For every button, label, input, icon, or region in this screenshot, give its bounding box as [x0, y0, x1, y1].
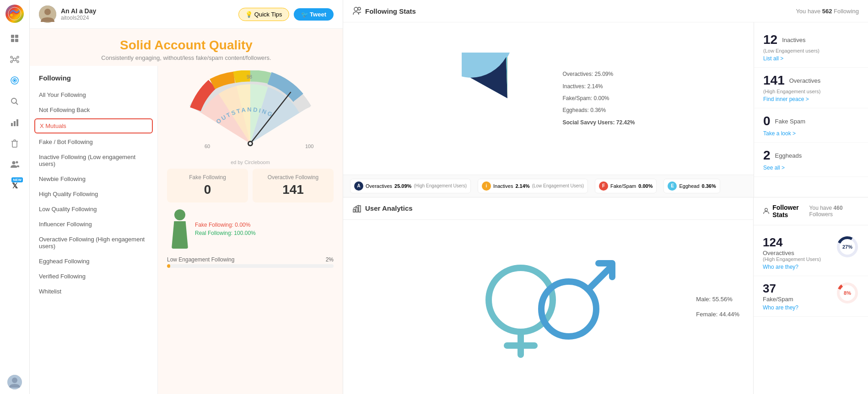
left-panel: An AI a Day aitools2024 💡 Quick Tips 🐦 T… [30, 0, 343, 394]
follower-overactives-link[interactable]: Who are they? [763, 264, 821, 270]
tweet-button[interactable]: 🐦 Tweet [294, 8, 334, 21]
inactives-label-right: Inactives [782, 37, 805, 43]
following-count: 562 [822, 8, 832, 15]
fake-spam-number-right: 0 [763, 114, 771, 128]
svg-rect-3 [15, 35, 18, 38]
user-avatar-bottom[interactable] [7, 375, 22, 389]
circleboom-credit: ed by Circleboom [231, 160, 270, 165]
main-content: An AI a Day aitools2024 💡 Quick Tips 🐦 T… [30, 0, 868, 394]
svg-rect-40 [359, 206, 361, 212]
sidebar-icon-target[interactable] [5, 71, 24, 90]
follower-overactives-number: 124 [763, 235, 821, 250]
low-engagement-bar-fill [167, 264, 170, 268]
following-stats-icon [352, 6, 361, 16]
nav-item-all-following[interactable]: All Your Following [30, 87, 157, 102]
user-analytics-panel: User Analytics [343, 197, 754, 394]
sidebar-icon-grid[interactable] [5, 29, 24, 48]
nav-item-whitelist[interactable]: Whitelist [30, 284, 157, 299]
fake-spam-legend-label: Fake/Spam [610, 183, 636, 189]
svg-text:60: 60 [205, 144, 210, 149]
nav-item-overactive[interactable]: Overactive Following (High engagement us… [30, 232, 157, 254]
profile-avatar [39, 5, 56, 23]
follower-fake-spam-right: 8% [836, 282, 859, 304]
overactives-link[interactable]: Find inner peace > [763, 96, 859, 102]
sidebar-icon-chart[interactable] [5, 113, 24, 132]
svg-line-45 [588, 266, 612, 289]
header-buttons: 💡 Quick Tips 🐦 Tweet [238, 8, 334, 21]
follower-stats-icon [763, 207, 770, 215]
eggheads-number-right: 2 [763, 148, 771, 163]
svg-point-18 [11, 98, 16, 103]
nav-item-x-mutuals[interactable]: X Mutuals [34, 118, 153, 133]
egghead-legend-pct: 0.36% [702, 183, 716, 189]
nav-item-newbie[interactable]: Newbie Following [30, 171, 157, 186]
overactives-legend-label: Overactives [366, 183, 392, 189]
male-pct-label: Male: 55.56% [696, 292, 739, 307]
follower-fake-spam-link[interactable]: Who are they? [763, 304, 798, 311]
social-savvy-label: Social Savvy Users: 72.42% [562, 117, 635, 128]
nav-item-fake-bot[interactable]: Fake / Bot Following [30, 134, 157, 149]
user-info: An AI a Day aitools2024 [39, 5, 96, 23]
legend-fake-spam: F Fake/Spam 0.00% [595, 179, 657, 193]
follower-overactives-right: 27% [836, 235, 859, 258]
svg-point-36 [354, 7, 358, 11]
overactives-pct-donut: 27% [842, 244, 852, 250]
fake-following-value: 0 [176, 182, 239, 197]
low-engagement-label: Low Engagement Following [167, 256, 234, 263]
person-figure [172, 209, 188, 249]
overactives-sub-right: (High Engagement users) [763, 89, 859, 94]
eggheads-link[interactable]: See all > [763, 165, 859, 171]
nav-item-not-following-back[interactable]: Not Following Back [30, 102, 157, 117]
svg-rect-2 [11, 35, 14, 38]
pie-content: Overactives: 25.09% Inactives: 2.14% Fak… [343, 22, 754, 175]
fake-following-label: Fake Following [176, 174, 239, 181]
sidebar-icon-trash[interactable] [5, 134, 24, 153]
low-engagement-bar-track [167, 264, 334, 268]
gauge-wrap: 60 100 98 OUTSTANDING [182, 70, 319, 165]
inactives-sub-right: (Low Engagement users) [763, 48, 859, 53]
follower-fake-spam-label: Fake/Spam [763, 296, 798, 303]
user-name: An AI a Day [61, 7, 96, 15]
follower-stats-header-row: Follower Stats You have 460 Followers [754, 197, 868, 225]
inactives-sub: (Low Engagement Users) [532, 183, 584, 188]
user-analytics-header: User Analytics [343, 197, 753, 220]
stat-cards-row: Fake Following 0 Overactive Following 14… [162, 165, 338, 255]
svg-rect-21 [14, 121, 16, 126]
fake-spam-donut: 8% [836, 282, 859, 304]
nav-item-inactive[interactable]: Inactive Following (Low engagement users… [30, 149, 157, 171]
inactives-link[interactable]: List all > [763, 55, 859, 62]
overactives-label-right: Overactives [789, 77, 821, 84]
svg-point-46 [765, 208, 768, 211]
nav-item-low-quality[interactable]: Low Quality Following [30, 202, 157, 217]
quality-suffix: Account Quality [151, 38, 253, 52]
legend-inactives: i Inactives 2.14% (Low Engagement Users) [478, 179, 588, 193]
person-body [172, 221, 188, 249]
fake-spam-legend-icon: F [599, 181, 608, 191]
left-header: An AI a Day aitools2024 💡 Quick Tips 🐦 T… [30, 0, 343, 29]
inactives-number: 12 [763, 32, 777, 47]
right-panel: Following Stats You have 562 Following [343, 0, 868, 394]
right-stats-sidebar: 12 Inactives (Low Engagement users) List… [754, 22, 868, 197]
nav-item-high-quality[interactable]: High Quality Following [30, 186, 157, 202]
following-stats-panel: Following Stats You have 562 Following [343, 0, 868, 197]
svg-rect-39 [356, 208, 358, 212]
low-engagement-pct: 2% [326, 256, 334, 263]
sidebar-icon-nodes[interactable] [5, 50, 24, 69]
nav-item-egghead[interactable]: Egghead Following [30, 254, 157, 269]
overactives-number-right: 141 [763, 73, 785, 88]
svg-rect-20 [11, 123, 13, 126]
sidebar-icon-search[interactable] [5, 92, 24, 111]
quick-tips-button[interactable]: 💡 Quick Tips [238, 8, 289, 21]
svg-rect-4 [11, 39, 14, 42]
fake-spam-link[interactable]: Take a look > [763, 130, 859, 137]
follower-you-have: You have [809, 205, 832, 211]
stat-row-eggheads-header: 2 Eggheads [763, 148, 859, 163]
sidebar-icon-users[interactable] [5, 155, 24, 174]
following-suffix: Following [834, 8, 859, 15]
fake-real-labels: Fake Following: 0.00% Real Following: 10… [195, 222, 329, 236]
nav-item-verified[interactable]: Verified Following [30, 269, 157, 284]
nav-item-influencer[interactable]: Influencer Following [30, 217, 157, 232]
svg-rect-38 [353, 209, 355, 212]
sidebar-icon-x[interactable]: 𝕏 NEW [5, 176, 24, 195]
follower-suffix: Followers [809, 211, 833, 218]
